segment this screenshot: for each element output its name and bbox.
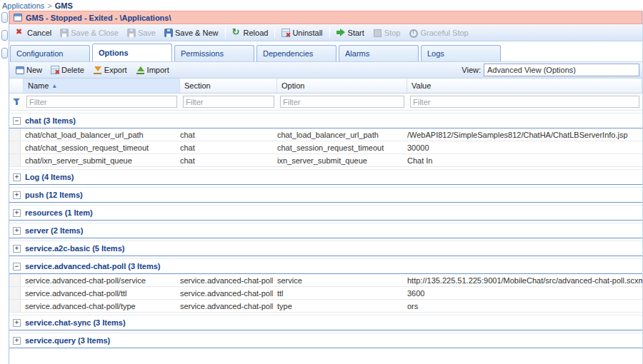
toolbar-separator	[329, 27, 330, 39]
table-row[interactable]: chat/ixn_server_submit_queuechatixn_serv…	[9, 154, 642, 167]
uninstall-button[interactable]: Uninstall	[277, 26, 327, 39]
reload-icon	[232, 28, 241, 37]
stop-button: Stop	[369, 26, 405, 39]
tab-alarms[interactable]: Alarms	[339, 45, 419, 61]
column-header-section[interactable]: Section	[180, 79, 277, 93]
panel-collapse-button[interactable]	[1, 12, 8, 23]
group-label: service.query (3 Items)	[25, 336, 110, 345]
tab-label: Dependencies	[263, 49, 313, 58]
expand-icon[interactable]: +	[13, 191, 21, 199]
window-title: GMS - Stopped - Exited - \Applications\	[26, 14, 171, 22]
save-new-button[interactable]: Save & New	[160, 26, 223, 39]
group-label: push (12 Items)	[25, 191, 83, 199]
tab-configuration[interactable]: Configuration	[10, 45, 90, 61]
cancel-button[interactable]: Cancel	[11, 26, 56, 39]
toolbar-separator	[225, 27, 226, 39]
group-row-service-a2c-basic-5-items[interactable]: +service.a2c-basic (5 Items)	[9, 241, 642, 256]
panel-collapse-button[interactable]	[1, 30, 8, 41]
table-row[interactable]: service.advanced-chat-poll/serviceservic…	[9, 274, 642, 287]
filter-cell	[277, 96, 407, 108]
column-header-value[interactable]: Value	[407, 79, 642, 93]
group-label: chat (3 Items)	[25, 116, 76, 125]
group-row-server-2-items[interactable]: +server (2 Items)	[9, 223, 642, 238]
table-row[interactable]: chat/chat_session_request_timeoutchatcha…	[9, 141, 642, 154]
expand-icon[interactable]: +	[13, 173, 21, 181]
uninstall-label: Uninstall	[292, 29, 322, 37]
view-select[interactable]: Advanced View (Options)	[484, 64, 639, 76]
tab-label: Permissions	[181, 49, 224, 58]
save-label: Save	[138, 29, 156, 37]
group-row-service-advanced-chat-poll-3-items[interactable]: −service.advanced-chat-poll (3 Items)	[9, 258, 642, 274]
cell-option: chat_session_request_timeout	[273, 143, 403, 152]
save-icon	[127, 29, 136, 37]
expand-icon[interactable]: +	[13, 209, 21, 217]
group-label: service.chat-sync (3 Items)	[25, 318, 126, 327]
group-row-chat-3-items[interactable]: −chat (3 Items)	[9, 113, 642, 128]
breadcrumb: Applications > GMS	[0, 0, 643, 11]
collapse-icon[interactable]: −	[13, 117, 21, 125]
breadcrumb-separator: >	[47, 1, 51, 10]
tab-label: Configuration	[16, 49, 63, 58]
collapse-icon[interactable]: −	[13, 263, 21, 271]
application-window-icon	[14, 14, 22, 21]
tab-options[interactable]: Options	[92, 44, 172, 61]
cell-value: /WebAPI812/SimpleSamples812/ChatHA/ChatL…	[403, 131, 642, 139]
table-row[interactable]: service.advanced-chat-poll/typeservice.a…	[9, 300, 642, 313]
export-icon	[93, 66, 102, 75]
expand-icon[interactable]: +	[13, 245, 21, 253]
breadcrumb-current: GMS	[55, 1, 73, 10]
filter-funnel-icon	[13, 98, 21, 106]
expand-icon[interactable]: +	[13, 227, 21, 235]
table-row[interactable]: chat/chat_load_balancer_url_pathchatchat…	[9, 128, 642, 141]
tab-dependencies[interactable]: Dependencies	[256, 45, 337, 61]
column-header-label: Option	[281, 81, 304, 90]
stop-icon	[373, 28, 382, 37]
row-gutter	[9, 141, 21, 153]
toolbar-separator	[274, 27, 275, 39]
breadcrumb-applications-link[interactable]: Applications	[2, 1, 44, 10]
filter-input-option[interactable]	[280, 96, 404, 108]
column-header-label: Value	[412, 81, 431, 90]
import-button[interactable]: Import	[131, 64, 174, 77]
filter-cell	[407, 96, 642, 108]
cancel-icon	[16, 28, 25, 37]
cell-option: ttl	[273, 289, 403, 298]
reload-button[interactable]: Reload	[228, 26, 273, 39]
column-header-option[interactable]: Option	[277, 79, 407, 93]
group-row-push-12-items[interactable]: +push (12 Items)	[9, 187, 642, 203]
save-button: Save	[123, 26, 160, 39]
expand-icon[interactable]: +	[13, 319, 21, 327]
cancel-label: Cancel	[27, 29, 51, 37]
new-button[interactable]: New	[11, 64, 46, 76]
tab-logs[interactable]: Logs	[421, 45, 501, 61]
filter-cell	[180, 96, 277, 108]
start-button[interactable]: Start	[332, 26, 369, 39]
column-header-name[interactable]: Name▲	[24, 79, 180, 93]
export-button[interactable]: Export	[89, 64, 131, 77]
table-row[interactable]: service.advanced-chat-poll/ttlservice.ad…	[9, 287, 642, 300]
save-icon	[60, 29, 69, 37]
panel-collapse-button[interactable]	[1, 48, 8, 59]
expand-icon[interactable]: +	[13, 337, 21, 345]
filter-button[interactable]	[9, 98, 24, 106]
cell-option: type	[273, 302, 403, 310]
group-row-service-query-3-items[interactable]: +service.query (3 Items)	[9, 333, 642, 348]
group-row-resources-1-item[interactable]: +resources (1 Item)	[9, 205, 642, 221]
tab-permissions[interactable]: Permissions	[174, 45, 254, 61]
filter-input-name[interactable]	[26, 96, 177, 108]
delete-button[interactable]: Delete	[46, 64, 89, 76]
stop-label: Stop	[384, 29, 401, 37]
filter-input-section[interactable]	[183, 96, 274, 108]
filter-input-value[interactable]	[410, 96, 639, 108]
cell-value: 3600	[403, 289, 642, 298]
sort-asc-icon: ▲	[51, 83, 57, 89]
group-row-log-4-items[interactable]: +Log (4 Items)	[9, 169, 642, 185]
group-row-service-chat-sync-3-items[interactable]: +service.chat-sync (3 Items)	[9, 315, 642, 330]
delete-icon	[51, 66, 59, 74]
cell-section: chat	[176, 156, 273, 165]
graceful-stop-button: Graceful Stop	[404, 26, 472, 39]
cell-name: chat/ixn_server_submit_queue	[21, 156, 176, 165]
column-header-label: Name	[28, 81, 49, 90]
cell-name: service.advanced-chat-poll/ttl	[21, 289, 176, 298]
tab-strip: ConfigurationOptionsPermissionsDependenc…	[9, 41, 642, 61]
